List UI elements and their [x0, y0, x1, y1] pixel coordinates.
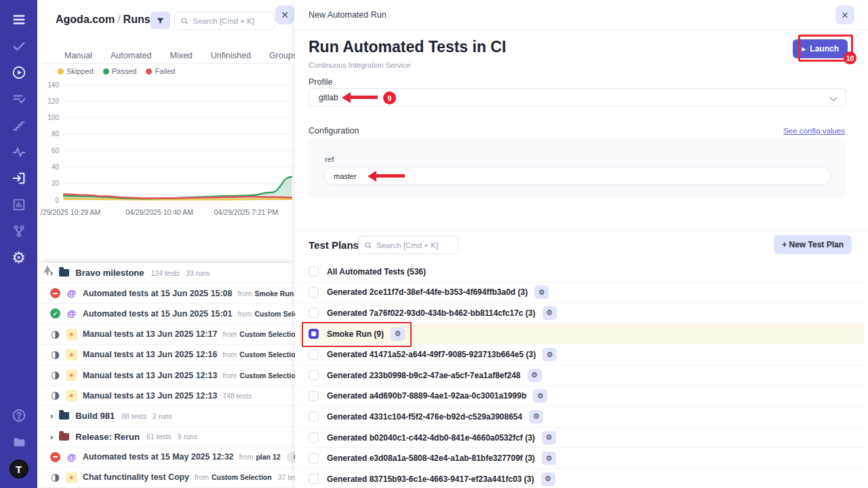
svg-text:120: 120 — [47, 98, 59, 105]
runs-search[interactable] — [174, 12, 275, 30]
test-plan-row[interactable]: All Automated Tests (536) — [299, 262, 864, 283]
checkbox[interactable] — [309, 350, 319, 360]
test-plan-row[interactable]: Generated 233b0998-b9c2-47ae-a5cf-7ea1af… — [299, 365, 864, 386]
run-row[interactable]: ◑✳Manual tests at 13 Jun 2025 12:13fromC… — [37, 365, 295, 386]
runs-trend-chart: 020406080100120140/29/2025 10:29 AM04/29… — [39, 77, 294, 227]
help-icon[interactable] — [10, 407, 28, 424]
folder-icon — [59, 412, 69, 420]
test-plans-search[interactable] — [358, 236, 458, 254]
test-plan-row[interactable]: Generated a4d690b7-8889-4ae1-92aa-0c3001… — [299, 386, 864, 407]
gear-icon[interactable]: ⚙ — [542, 348, 557, 361]
gear-icon[interactable]: ⚙ — [533, 389, 547, 403]
gear-icon[interactable]: ⚙ — [529, 410, 543, 424]
checkbox[interactable] — [309, 266, 319, 277]
checkbox[interactable] — [309, 287, 319, 298]
checkbox[interactable] — [309, 370, 319, 380]
svg-text:/29/2025 10:29 AM: /29/2025 10:29 AM — [41, 208, 100, 216]
funnel-icon — [156, 16, 165, 25]
configuration-label: Configuration — [309, 126, 359, 136]
test-plan-label: Generated 2ce11f7d-38ef-44fe-b353-4f694f… — [327, 287, 528, 297]
checkbox[interactable] — [309, 474, 319, 484]
panel-close-button[interactable]: ✕ — [275, 5, 294, 24]
svg-text:04/29/2025 10:40 AM: 04/29/2025 10:40 AM — [125, 208, 193, 216]
menu-icon[interactable] — [10, 11, 28, 28]
run-row[interactable]: ◑✳Manual tests at 13 Jun 2025 12:17fromC… — [37, 325, 295, 345]
run-title[interactable]: Automated tests at 15 Jun 2025 15:08 — [83, 289, 232, 298]
folders-icon[interactable] — [10, 433, 28, 451]
checkbox[interactable] — [309, 391, 319, 401]
launch-button[interactable]: ▶ Launch — [793, 39, 848, 58]
checkbox[interactable] — [309, 308, 319, 318]
checkbox[interactable] — [309, 411, 319, 422]
legend-item-passed: Passed — [103, 67, 137, 75]
play-circle-icon[interactable] — [10, 64, 28, 81]
tab-automated[interactable]: Automated — [111, 51, 151, 60]
manual-run-icon: ✳ — [66, 390, 77, 401]
run-title[interactable]: Manual tests at 13 Jun 2025 12:16 — [83, 350, 217, 359]
run-title[interactable]: Manual tests at 13 Jun 2025 12:17 — [83, 329, 217, 339]
gear-icon[interactable]: ⚙ — [542, 306, 557, 320]
git-branch-icon[interactable] — [10, 222, 28, 240]
test-plan-row[interactable]: Generated b02040c1-c442-4db0-841e-4660a0… — [299, 428, 864, 449]
run-group-row[interactable]: ›Build 98188 tests2 runs — [37, 406, 295, 426]
new-test-plan-button[interactable]: + New Test Plan — [774, 235, 852, 254]
test-plan-row[interactable]: Smoke Run (9)⚙ — [299, 324, 864, 345]
run-row[interactable]: ✓@Automated tests at 15 Jun 2025 15:01fr… — [37, 304, 295, 324]
gear-icon[interactable]: ⚙ — [534, 285, 549, 299]
drawer-close-button[interactable]: ✕ — [835, 5, 854, 24]
run-title[interactable]: Manual tests at 13 Jun 2025 12:13 — [83, 391, 217, 401]
run-row[interactable]: @Automated tests at 15 Jun 2025 15:08fro… — [37, 283, 295, 304]
tab-groups[interactable]: Groups — [269, 51, 297, 60]
checkbox[interactable] — [309, 432, 319, 443]
status-partial-icon: ◑ — [50, 370, 60, 380]
run-group-row[interactable]: ›Release: Rerun61 tests9 runs — [37, 427, 295, 447]
run-title[interactable]: Chat functinality test Copy — [83, 472, 189, 482]
tab-manual[interactable]: Manual — [64, 51, 92, 60]
checkbox[interactable] — [309, 453, 319, 464]
run-row[interactable]: ◑✳Manual tests at 13 Jun 2025 12:13748 t… — [37, 386, 295, 406]
automated-run-icon: @ — [66, 308, 77, 319]
runs-search-input[interactable] — [193, 17, 269, 25]
annotation-badge-10: 10 — [844, 52, 856, 64]
tab-mixed[interactable]: Mixed — [170, 51, 192, 60]
gear-icon[interactable]: ⚙ — [542, 451, 556, 465]
drawer-header: New Automated Run ✕ — [295, 0, 868, 30]
run-row[interactable]: ◑✳Manual tests at 13 Jun 2025 12:16fromC… — [37, 345, 295, 365]
gear-icon[interactable]: ⚙ — [542, 431, 556, 445]
chevron-right-icon[interactable]: › — [50, 411, 53, 421]
test-plan-row[interactable]: Generated 41471a52-a644-49f7-9085-923713… — [299, 344, 864, 365]
see-config-values-link[interactable]: See config values — [783, 127, 845, 135]
group-tests-count: 124 tests — [151, 269, 180, 277]
test-plan-row[interactable]: Generated 7a76f022-93d0-434b-b462-bb8114… — [299, 303, 864, 324]
run-title[interactable]: Automated tests at 15 May 2025 12:32 — [83, 452, 233, 462]
test-plan-row[interactable]: Generated 4331c104-f5f2-476e-b92d-c529a3… — [299, 407, 864, 428]
list-check-icon[interactable] — [10, 90, 28, 108]
run-group-row[interactable]: ›Bravo milestone124 tests33 runs — [37, 263, 295, 283]
test-plan-row[interactable]: Generated 83715b93-6c1e-4663-9417-ef23a4… — [299, 469, 864, 488]
gear-icon[interactable]: ⚙ — [541, 472, 555, 486]
check-icon[interactable] — [10, 37, 28, 55]
test-badge[interactable]: ⚙test — [287, 451, 295, 463]
gear-icon[interactable]: ⚙ — [528, 369, 542, 382]
gear-icon[interactable]: ⚙ — [391, 327, 405, 341]
test-plan-row[interactable]: Generated 2ce11f7d-38ef-44fe-b353-4f694f… — [299, 283, 864, 304]
activity-icon[interactable] — [10, 143, 28, 161]
run-title[interactable]: Automated tests at 15 Jun 2025 15:01 — [83, 309, 232, 319]
chevron-right-icon[interactable]: › — [50, 432, 53, 442]
test-plan-row[interactable]: Generated e3d08a1a-5808-42e4-a1ab-81bfe3… — [299, 448, 864, 469]
checkbox-checked[interactable] — [309, 329, 319, 339]
gear-icon[interactable]: ⚙ — [10, 249, 28, 266]
breadcrumb-project[interactable]: Agoda.com — [56, 14, 115, 25]
from-value: plan 12 — [256, 453, 280, 461]
run-title[interactable]: Manual tests at 13 Jun 2025 12:13 — [83, 371, 217, 380]
steps-icon[interactable] — [10, 117, 28, 134]
filter-button[interactable] — [151, 12, 170, 29]
legend-item-failed: Failed — [146, 67, 175, 75]
run-row[interactable]: ◑✳Chat functinality test CopyfromCustom … — [37, 468, 295, 488]
test-plans-search-input[interactable] — [376, 241, 452, 249]
import-icon[interactable] — [10, 169, 28, 187]
tab-unfinished[interactable]: Unfinished — [211, 51, 251, 60]
run-row[interactable]: @Automated tests at 15 May 2025 12:32fro… — [37, 447, 295, 468]
bar-chart-icon[interactable] — [10, 196, 28, 214]
app-logo[interactable]: T — [9, 460, 28, 479]
